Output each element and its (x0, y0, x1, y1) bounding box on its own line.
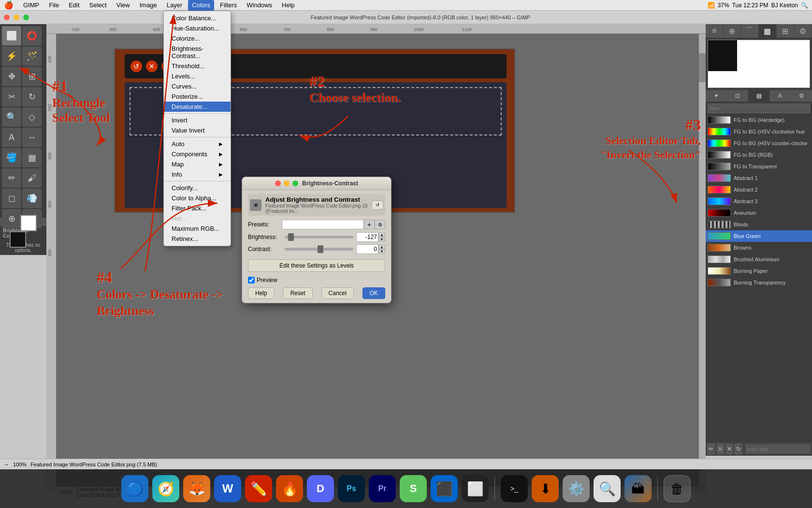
dock-skitch[interactable]: ✏️ (245, 475, 272, 502)
bc-presets-input[interactable] (282, 220, 364, 229)
close-button[interactable] (4, 15, 10, 20)
menu-desaturate[interactable]: Desaturate... (164, 102, 231, 112)
clone-tool[interactable]: ⊕ (2, 209, 21, 228)
bc-cancel-button[interactable]: Cancel (321, 287, 354, 299)
menu-colorify[interactable]: Colorify... (164, 183, 231, 193)
dock-premiere[interactable]: Pr (369, 475, 396, 502)
dock-discord[interactable]: D (307, 475, 334, 502)
bc-reset-button[interactable]: Reset (283, 287, 312, 299)
shear-tool[interactable]: ◇ (22, 107, 42, 127)
bc-preset-add-btn[interactable]: + (364, 220, 375, 229)
menu-colors[interactable]: Colors (188, 0, 214, 11)
flip-tool[interactable]: ↔ (22, 128, 42, 147)
menu-posterize[interactable]: Posterize... (164, 91, 231, 102)
rp-refresh-btn[interactable]: ↻ (735, 444, 742, 454)
menu-curves[interactable]: Curves... (164, 81, 231, 91)
dock-photoshop[interactable]: Ps (338, 475, 365, 502)
menu-threshold[interactable]: Threshold... (164, 61, 231, 71)
bc-contrast-down[interactable]: ▼ (378, 249, 385, 254)
bc-contrast-spinner[interactable]: ▲ ▼ (378, 245, 385, 254)
dock-trash[interactable]: 🗑 (664, 475, 691, 502)
menu-gimp[interactable]: GIMP (19, 0, 43, 11)
rp-configure[interactable]: ⚙ (794, 24, 812, 38)
menu-view[interactable]: View (113, 0, 134, 11)
bc-brightness-value[interactable]: -127 (356, 232, 378, 242)
rp-delete-btn[interactable]: ✕ (726, 444, 733, 454)
menu-maximum-rgb[interactable]: Maximum RGB... (164, 224, 231, 234)
bc-maximize-btn[interactable] (292, 180, 298, 186)
minimize-button[interactable] (14, 15, 19, 20)
bc-contrast-slider[interactable] (285, 248, 353, 251)
menu-retinex[interactable]: Retinex... (164, 234, 231, 244)
gradient-blue-green[interactable]: Blue Green (706, 230, 812, 242)
rp-tab-fonts[interactable]: A (769, 90, 791, 102)
rp-copy-btn[interactable]: ⎘ (717, 444, 724, 454)
bc-contrast-thumb[interactable] (318, 245, 323, 253)
rectangle-select-tool[interactable]: ⬜ (2, 26, 21, 45)
gradient-abstract3[interactable]: Abstract 3 (706, 195, 812, 207)
edit-levels-button[interactable]: Edit these Settings as Levels (248, 259, 385, 272)
menu-map[interactable]: Map ▶ (164, 159, 231, 169)
bc-contrast-value[interactable]: 0 (356, 244, 378, 254)
zoom-tool[interactable]: 🔍 (2, 107, 21, 127)
rotate-tool[interactable]: ↻ (22, 87, 42, 106)
gradient-blinds[interactable]: Blinds (706, 219, 812, 230)
bc-preview-checkbox[interactable] (248, 277, 255, 284)
bc-brightness-spinner[interactable]: ▲ ▼ (378, 233, 385, 241)
ellipse-select-tool[interactable]: ⭕ (22, 26, 42, 45)
dock-app12[interactable]: ⬜ (462, 475, 489, 502)
menu-select[interactable]: Select (86, 0, 111, 11)
rp-tab-patterns[interactable]: ⊡ (727, 90, 748, 102)
rp-tab-brushes[interactable]: ✦ (706, 90, 727, 102)
move-tool[interactable]: ✥ (2, 67, 21, 86)
gradient-burning-paper[interactable]: Burning Paper (706, 265, 812, 277)
apple-menu[interactable]: 🍎 (4, 0, 14, 10)
dock-app17[interactable]: 🏔 (624, 475, 652, 502)
menu-levels[interactable]: Levels... (164, 71, 231, 81)
rp-tab-gradients[interactable]: ▦ (759, 24, 777, 38)
zoom-indicator[interactable]: ↔ (4, 462, 9, 467)
pencil-tool[interactable]: ✏ (2, 168, 21, 188)
rp-new-btn[interactable]: ✏ (708, 444, 715, 454)
rp-tab-layers[interactable]: ≡ (706, 24, 724, 38)
bc-help-button[interactable]: Help (248, 287, 275, 299)
align-tool[interactable]: ⊞ (22, 67, 42, 86)
gradient-burning-transparency[interactable]: Burning Transparency (706, 277, 812, 288)
gradient-browns[interactable]: Browns (706, 242, 812, 254)
gradient-fg-bg-hard[interactable]: FG to BG (Hardedge) (706, 114, 812, 126)
bc-contrast-up[interactable]: ▲ (378, 245, 385, 249)
menu-auto[interactable]: Auto ▶ (164, 139, 231, 149)
dock-system-prefs[interactable]: ⚙️ (563, 475, 590, 502)
gradient-fg-bg-hsv-cw[interactable]: FG to BG (HSV clockwise hue (706, 126, 812, 137)
gradient-abstract1[interactable]: Abstract 1 (706, 172, 812, 184)
dock-surge[interactable]: S (400, 475, 427, 502)
paintbrush-tool[interactable]: 🖌 (22, 168, 42, 188)
bc-brightness-thumb[interactable] (288, 233, 294, 241)
dock-word[interactable]: W (214, 475, 241, 502)
maximize-button[interactable] (23, 15, 29, 20)
dock-terminal[interactable]: >_ (501, 475, 528, 502)
gradient-abstract2[interactable]: Abstract 2 (706, 184, 812, 195)
bc-ok-button[interactable]: OK (362, 287, 385, 299)
menu-brightness-contrast[interactable]: Brightness-Contrast... (164, 44, 231, 61)
fuzzy-select-tool[interactable]: 🪄 (22, 46, 42, 66)
menu-color-balance[interactable]: Color Balance... (164, 13, 231, 23)
gradient-fg-bg-rgb[interactable]: FG to BG (RGB) (706, 149, 812, 161)
dock-safari[interactable]: 🧭 (152, 475, 179, 502)
gradient-aneurism[interactable]: Aneurism (706, 207, 812, 219)
rp-cfg2[interactable]: ⚙ (791, 90, 812, 102)
menu-invert[interactable]: Invert (164, 115, 231, 125)
menu-edit[interactable]: Edit (65, 0, 83, 11)
bc-brightness-up[interactable]: ▲ (378, 233, 385, 237)
dock-firefox[interactable]: 🦊 (183, 475, 210, 502)
menu-value-invert[interactable]: Value Invert (164, 125, 231, 135)
rp-tab-extra[interactable]: ⊞ (777, 24, 795, 38)
menu-image[interactable]: Image (136, 0, 161, 11)
rp-tab-paths[interactable]: ⌒ (741, 24, 759, 38)
text-tool[interactable]: A (2, 128, 21, 147)
bc-brightness-down[interactable]: ▼ (378, 237, 385, 241)
rp-tab-channels[interactable]: ⊕ (724, 24, 741, 38)
menu-filters[interactable]: Filters (216, 0, 241, 11)
menu-file[interactable]: File (45, 0, 63, 11)
menu-layer[interactable]: Layer (163, 0, 187, 11)
